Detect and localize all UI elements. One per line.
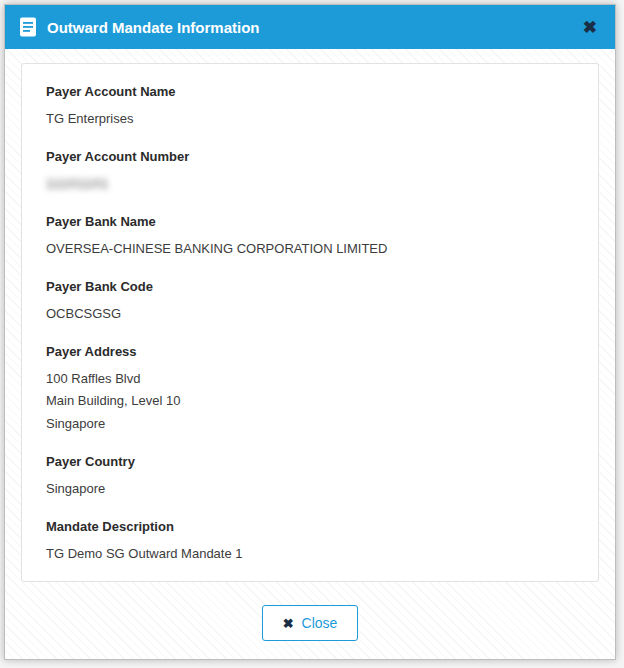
field-label: Mandate Description bbox=[46, 519, 574, 534]
dialog-title: Outward Mandate Information bbox=[47, 19, 579, 36]
field-value: Singapore bbox=[46, 478, 574, 500]
field-value: TG Demo SG Outward Mandate 1 bbox=[46, 543, 574, 565]
close-x-icon[interactable]: ✖ bbox=[579, 17, 601, 38]
field-payer-country: Payer Country Singapore bbox=[46, 454, 574, 500]
field-payer-bank-code: Payer Bank Code OCBCSGSG bbox=[46, 279, 574, 325]
field-value: OCBCSGSG bbox=[46, 303, 574, 325]
field-payer-account-number: Payer Account Number 11101101 bbox=[46, 149, 574, 195]
dialog-body: Payer Account Name TG Enterprises Payer … bbox=[5, 49, 615, 587]
close-x-icon: ✖ bbox=[283, 616, 294, 631]
field-value: 100 Raffles Blvd Main Building, Level 10… bbox=[46, 368, 574, 434]
field-label: Payer Bank Name bbox=[46, 214, 574, 229]
field-mandate-description: Mandate Description TG Demo SG Outward M… bbox=[46, 519, 574, 565]
field-label: Payer Account Name bbox=[46, 84, 574, 99]
field-label: Payer Account Number bbox=[46, 149, 574, 164]
dialog-header: Outward Mandate Information ✖ bbox=[5, 5, 615, 49]
field-value-masked: 11101101 bbox=[46, 173, 574, 195]
field-value: TG Enterprises bbox=[46, 108, 574, 130]
mandate-info-card: Payer Account Name TG Enterprises Payer … bbox=[21, 63, 599, 582]
field-value: OVERSEA-CHINESE BANKING CORPORATION LIMI… bbox=[46, 238, 574, 260]
close-button[interactable]: ✖ Close bbox=[262, 605, 359, 641]
field-label: Payer Address bbox=[46, 344, 574, 359]
dialog-footer: ✖ Close bbox=[5, 587, 615, 659]
outward-mandate-dialog: Outward Mandate Information ✖ Payer Acco… bbox=[4, 4, 616, 660]
field-label: Payer Bank Code bbox=[46, 279, 574, 294]
close-button-label: Close bbox=[302, 615, 338, 631]
field-label: Payer Country bbox=[46, 454, 574, 469]
field-payer-address: Payer Address 100 Raffles Blvd Main Buil… bbox=[46, 344, 574, 434]
field-payer-account-name: Payer Account Name TG Enterprises bbox=[46, 84, 574, 130]
field-payer-bank-name: Payer Bank Name OVERSEA-CHINESE BANKING … bbox=[46, 214, 574, 260]
document-icon bbox=[19, 17, 37, 37]
